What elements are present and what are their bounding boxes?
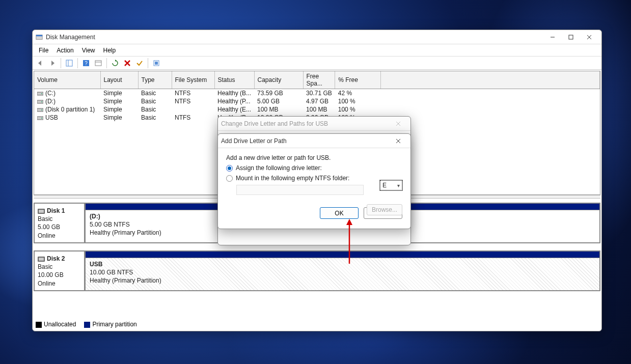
help-button[interactable]: ? — [80, 58, 92, 69]
legend-unallocated-label: Unallocated — [44, 321, 76, 328]
col-capacity[interactable]: Capacity — [254, 71, 303, 89]
svg-rect-3 — [569, 35, 573, 39]
svg-rect-18 — [37, 100, 43, 103]
col-freespace[interactable]: Free Spa... — [303, 71, 335, 89]
legend-primary-label: Primary partition — [92, 321, 136, 328]
assign-letter-option[interactable]: Assign the following drive letter: — [226, 164, 402, 172]
dlg1-title: Change Drive Letter and Paths for USB — [221, 120, 328, 127]
settings-button[interactable] — [151, 58, 162, 69]
disk-state: Online — [38, 279, 81, 288]
add-drive-letter-dialog: Add Drive Letter or Path Add a new drive… — [217, 133, 411, 229]
close-button[interactable] — [580, 32, 598, 43]
dlg2-titlebar[interactable]: Add Drive Letter or Path — [218, 134, 410, 148]
col-spacer — [381, 71, 600, 89]
vol-type: Basic — [138, 105, 172, 114]
forward-button[interactable] — [47, 58, 58, 69]
menu-help[interactable]: Help — [100, 46, 119, 55]
svg-rect-22 — [37, 117, 43, 120]
col-type[interactable]: Type — [138, 71, 172, 89]
disk-block[interactable]: Disk 2Basic10.00 GBOnlineUSB10.00 GB NTF… — [34, 250, 600, 291]
vol-status: Healthy (E... — [214, 105, 254, 114]
drive-letter-select[interactable]: E ▾ — [380, 180, 402, 190]
mount-path-input[interactable] — [236, 185, 364, 195]
col-layout[interactable]: Layout — [100, 71, 138, 89]
vol-capacity: 73.59 GB — [254, 89, 303, 98]
app-icon — [36, 34, 43, 41]
svg-rect-15 — [155, 62, 158, 65]
volume-table[interactable]: Volume Layout Type File System Status Ca… — [34, 71, 600, 122]
radio-assign-icon[interactable] — [226, 165, 233, 172]
vol-layout: Simple — [100, 97, 138, 105]
svg-point-23 — [41, 118, 42, 119]
toolbar: ? — [33, 57, 601, 70]
vol-pct: 100 % — [335, 97, 381, 105]
titlebar[interactable]: Disk Management — [33, 30, 601, 44]
dlg2-body: Add a new drive letter or path for USB. … — [218, 148, 410, 202]
partition-area[interactable]: USB10.00 GB NTFSHealthy (Primary Partiti… — [86, 258, 599, 290]
legend: Unallocated Primary partition — [36, 321, 137, 328]
partition-info: 10.00 GB NTFS — [90, 268, 595, 276]
vol-fs: NTFS — [172, 97, 214, 105]
back-button[interactable] — [35, 58, 46, 69]
dlg1-close-button[interactable] — [389, 118, 407, 129]
refresh-button[interactable] — [109, 58, 121, 69]
disk-body: USB10.00 GB NTFSHealthy (Primary Partiti… — [86, 251, 599, 290]
chevron-down-icon: ▾ — [397, 183, 400, 188]
disk-header: Disk 1Basic5.00 GBOnline — [35, 204, 86, 242]
svg-rect-10 — [95, 61, 101, 66]
menu-view[interactable]: View — [79, 46, 98, 55]
vol-fs: NTFS — [172, 89, 214, 98]
dlg2-ok-button[interactable]: OK — [320, 207, 359, 219]
vol-layout: Simple — [100, 89, 138, 98]
svg-rect-16 — [37, 92, 43, 95]
apply-button[interactable] — [134, 58, 145, 69]
vol-fs: NTFS — [172, 114, 214, 122]
properties-button[interactable] — [93, 58, 104, 69]
col-filesystem[interactable]: File System — [172, 71, 214, 89]
partition-label: USB — [90, 260, 595, 268]
vol-type: Basic — [138, 114, 172, 122]
menu-file[interactable]: File — [36, 46, 51, 55]
dlg1-titlebar[interactable]: Change Drive Letter and Paths for USB — [218, 117, 410, 131]
svg-point-21 — [41, 109, 42, 110]
volume-row[interactable]: (Disk 0 partition 1)SimpleBasicHealthy (… — [34, 105, 600, 114]
disk-state: Online — [38, 232, 81, 240]
dlg2-close-button[interactable] — [389, 135, 407, 147]
svg-rect-6 — [66, 60, 72, 66]
disk-type: Basic — [38, 215, 81, 223]
drive-icon — [37, 91, 43, 96]
vol-layout: Simple — [100, 114, 138, 122]
menu-action[interactable]: Action — [53, 46, 76, 55]
disk-name: Disk 2 — [47, 255, 65, 262]
vol-name: USB — [45, 114, 58, 121]
radio-mount-icon[interactable] — [226, 175, 233, 182]
col-status[interactable]: Status — [214, 71, 254, 89]
disk-header: Disk 2Basic10.00 GBOnline — [35, 251, 86, 290]
partition-status: Healthy (Primary Partition) — [90, 276, 595, 285]
disk-size: 10.00 GB — [38, 271, 81, 279]
svg-point-17 — [41, 93, 42, 94]
svg-rect-20 — [37, 108, 43, 111]
volume-row[interactable]: (D:)SimpleBasicNTFSHealthy (P...5.00 GB4… — [34, 97, 600, 105]
vol-name: (Disk 0 partition 1) — [45, 106, 95, 113]
vol-layout: Simple — [100, 105, 138, 114]
disk-name: Disk 1 — [47, 207, 65, 214]
col-pctfree[interactable]: % Free — [335, 71, 381, 89]
col-volume[interactable]: Volume — [34, 71, 100, 89]
vol-free: 4.97 GB — [303, 97, 335, 105]
volume-row[interactable]: (C:)SimpleBasicNTFSHealthy (B...73.59 GB… — [34, 89, 600, 98]
show-hide-tree-button[interactable] — [64, 58, 75, 69]
vol-type: Basic — [138, 97, 172, 105]
vol-pct: 100 % — [335, 105, 381, 114]
maximize-button[interactable] — [562, 32, 580, 43]
delete-button[interactable] — [122, 58, 133, 69]
svg-text:?: ? — [85, 61, 88, 66]
partition-color-strip — [86, 251, 599, 258]
svg-point-19 — [41, 101, 42, 102]
browse-button[interactable]: Browse... — [367, 204, 402, 215]
mount-folder-option[interactable]: Mount in the following empty NTFS folder… — [226, 175, 402, 182]
minimize-button[interactable] — [543, 32, 562, 43]
drive-letter-value: E — [382, 182, 387, 189]
disk-size: 5.00 GB — [38, 223, 81, 231]
vol-name: (C:) — [45, 90, 56, 97]
